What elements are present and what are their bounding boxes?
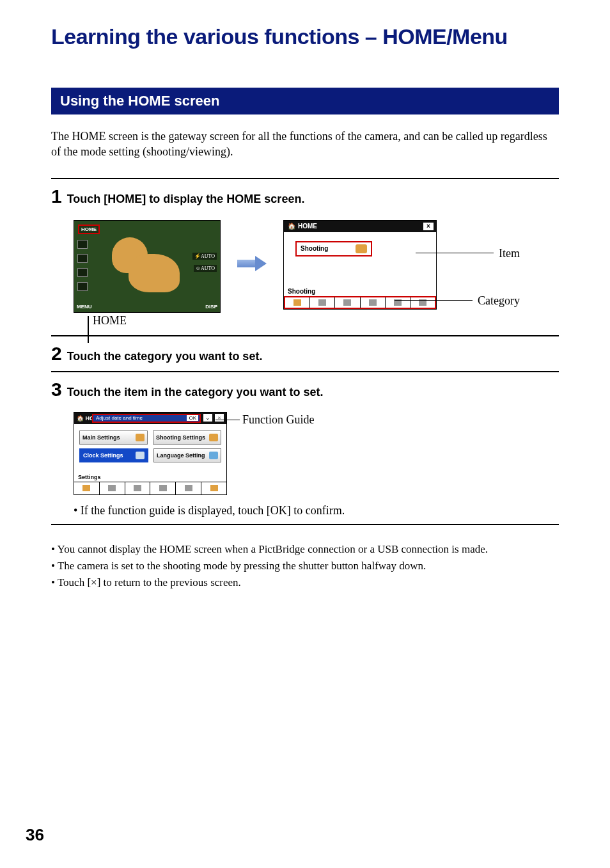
step-2: 2 Touch the category you want to set.	[51, 343, 559, 365]
smile-auto-icon[interactable]: ☺AUTO	[194, 265, 217, 272]
home-category-bar: Shooting	[284, 287, 436, 309]
settings-row-1: Main Settings Shooting Settings	[79, 430, 221, 445]
osd-icon[interactable]	[77, 268, 88, 277]
step3-diagram: 🏠 HOME Adjust date and time OK ⌄ × Main …	[74, 412, 559, 495]
osd-icon[interactable]	[77, 282, 88, 291]
language-icon	[209, 452, 218, 459]
category-memory-icon[interactable]	[176, 482, 201, 494]
step1-diagram: HOME ⚡AUTO ☺AUTO MENU DISP HOME 🏠 HOME ×	[74, 220, 559, 327]
category-playback-icon[interactable]	[310, 297, 335, 308]
settings-screen: 🏠 HOME Adjust date and time OK ⌄ × Main …	[74, 412, 227, 495]
section-header: Using the HOME screen	[51, 88, 559, 114]
category-settings-icon[interactable]	[411, 297, 435, 308]
shooting-settings-button[interactable]: Shooting Settings	[153, 430, 221, 445]
home-item-shooting[interactable]: Shooting	[295, 241, 372, 256]
ok-button[interactable]: OK	[187, 415, 198, 421]
category-shooting-icon[interactable]	[74, 482, 100, 494]
clock-icon	[136, 452, 145, 459]
note-item: • You cannot display the HOME screen whe…	[51, 543, 559, 556]
camera-icon	[356, 244, 367, 253]
settings-category-bar: Settings	[74, 473, 226, 494]
close-icon[interactable]: ×	[423, 223, 434, 230]
step2-number: 2	[51, 343, 62, 365]
category-row	[284, 296, 436, 309]
category-row	[74, 482, 226, 494]
osd-icon[interactable]	[77, 254, 88, 263]
divider	[51, 335, 559, 336]
page-number: 36	[26, 825, 44, 845]
function-guide-bar[interactable]: Adjust date and time OK	[92, 414, 201, 423]
main-settings-button[interactable]: Main Settings	[79, 430, 148, 445]
callout-function-guide: Function Guide	[242, 413, 315, 427]
note-item: • The camera is set to the shooting mode…	[51, 560, 559, 572]
clock-settings-button[interactable]: Clock Settings	[79, 448, 148, 462]
category-slideshow-icon[interactable]	[335, 297, 360, 308]
category-playback-icon[interactable]	[100, 482, 125, 494]
right-osd-icons: ⚡AUTO ☺AUTO	[192, 253, 217, 272]
menu-osd-label[interactable]: MENU	[77, 304, 92, 310]
category-settings-icon[interactable]	[201, 482, 226, 494]
step-1: 1 Touch [HOME] to display the HOME scree…	[51, 185, 559, 207]
home-osd-button[interactable]: HOME	[78, 225, 100, 234]
chevron-down-icon[interactable]: ⌄	[203, 414, 212, 422]
home-item-label: Shooting	[301, 245, 328, 252]
category-slideshow-icon[interactable]	[125, 482, 151, 494]
step1-number: 1	[51, 185, 62, 207]
camera-preview-screen: HOME ⚡AUTO ☺AUTO MENU DISP	[74, 220, 221, 313]
step2-text: Touch the category you want to set.	[67, 350, 263, 363]
step-3: 3 Touch the item in the category you wan…	[51, 379, 559, 400]
callout-item: Item	[499, 247, 520, 260]
left-osd-icons	[77, 240, 88, 291]
preview-dog-image	[99, 231, 195, 301]
note-item: • Touch [×] to return to the previous sc…	[51, 576, 559, 589]
home-callout-label: HOME	[93, 314, 221, 327]
camera-icon	[209, 434, 218, 441]
osd-icon[interactable]	[77, 240, 88, 249]
divider	[51, 524, 559, 525]
home-header-label: HOME	[298, 223, 317, 230]
camera-preview-wrap: HOME ⚡AUTO ☺AUTO MENU DISP HOME	[74, 220, 221, 327]
step1-text: Touch [HOME] to display the HOME screen.	[67, 193, 305, 205]
home-screen-header: 🏠 HOME ×	[284, 221, 436, 232]
category-print-icon[interactable]	[361, 297, 386, 308]
language-setting-button[interactable]: Language Setting	[153, 448, 221, 462]
divider	[51, 178, 559, 179]
page-title: Learning the various functions – HOME/Me…	[51, 24, 559, 49]
step3-number: 3	[51, 379, 62, 400]
flash-auto-icon[interactable]: ⚡AUTO	[192, 253, 217, 260]
home-category-label: Shooting	[284, 287, 436, 296]
step3-text: Touch the item in the category you want …	[67, 386, 324, 398]
callout-line	[88, 316, 89, 343]
home-screen-wrap: 🏠 HOME × Shooting Shooting Item Ca	[283, 220, 437, 310]
category-memory-icon[interactable]	[386, 297, 411, 308]
home-screen: 🏠 HOME × Shooting Shooting	[283, 220, 437, 310]
function-guide-text: Adjust date and time	[96, 415, 143, 421]
notes-list: • You cannot display the HOME screen whe…	[51, 543, 559, 589]
disp-osd-label[interactable]: DISP	[205, 304, 217, 310]
tool-icon	[136, 434, 145, 441]
intro-paragraph: The HOME screen is the gateway screen fo…	[51, 129, 559, 160]
settings-row-2: Clock Settings Language Setting	[79, 448, 221, 462]
settings-category-label: Settings	[74, 473, 226, 482]
category-print-icon[interactable]	[150, 482, 176, 494]
divider	[51, 371, 559, 372]
close-icon[interactable]: ×	[215, 414, 224, 422]
category-shooting-icon[interactable]	[285, 297, 310, 308]
arrow-right-icon	[237, 256, 267, 271]
step3-note: • If the function guide is displayed, to…	[74, 504, 559, 517]
callout-category: Category	[478, 294, 520, 308]
